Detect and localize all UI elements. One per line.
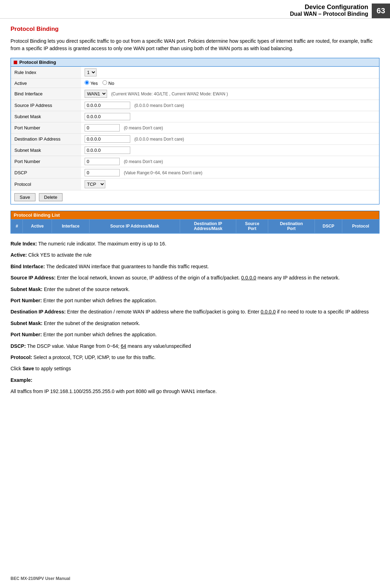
list-box-title: Protocol Binding List [11,211,379,219]
intro-text: Protocol Binding lets you direct specifi… [11,38,379,52]
desc-dest-ip: Destination IP Address: Enter the destin… [11,308,379,316]
desc-dscp: DSCP: The DSCP value. Value Range from 0… [11,342,379,350]
header-title-main: Device Configuration [0,4,368,11]
source-ip-cell: (0.0.0.0 means Don't care) [81,100,379,111]
source-ip-hint: (0.0.0.0 means Don't care) [134,103,184,108]
row-rule-index: Rule Index 1 [11,67,379,79]
dscp-input[interactable] [85,169,120,176]
protocol-cell: TCP UDP ICMP [81,178,379,190]
subnet-mask-source-label: Subnet Mask [11,111,81,122]
desc-subnet-mask-dest: Subnet Mask: Enter the subnet of the des… [11,319,379,327]
page-footer: BEC MX-210NPV User Manual [11,576,70,581]
port-source-input[interactable] [85,124,120,131]
save-button[interactable]: Save [14,193,35,201]
subnet-mask-dest-input[interactable] [85,147,130,154]
dscp-label: DSCP [11,167,81,178]
rule-index-select[interactable]: 1 [85,68,97,76]
desc-protocol-text: Select a protocol, TCP, UDP, ICMP, to us… [33,354,156,360]
protocol-binding-list-box: Protocol Binding List # Active Interface… [11,211,379,234]
desc-example-label: Example: [11,377,32,383]
desc-dest-ip-text: Enter the destination / remote WAN IP ad… [67,309,260,315]
protocol-binding-form-box: Protocol Binding Rule Index 1 [11,58,379,204]
col-hash: # [11,219,23,233]
row-active: Active Yes No [11,79,379,88]
dest-ip-label: Destination IP Address [11,134,81,145]
desc-save-note-text2: to apply settings [35,366,71,371]
dest-ip-input[interactable] [85,135,130,143]
port-dest-cell: (0 means Don't care) [81,156,379,167]
desc-dscp-text: The DSCP value. Value Range from 0~64; [27,343,121,349]
page-number: 63 [372,4,390,18]
form-box-title-text: Protocol Binding [19,60,56,65]
desc-source-ip: Source IP Address: Enter the local netwo… [11,274,379,282]
bind-interface-cell: WAN1 WAN2 (Current WAN1 Mode: 4G/LTE , C… [81,88,379,100]
desc-port-number-dest-text: Enter the port number which defines the … [43,332,157,337]
desc-source-ip-label: Source IP Address: [11,275,55,281]
dscp-cell: (Value Range:0~64, 64 means Don't care) [81,167,379,178]
footer-text: BEC MX-210NPV User Manual [11,576,70,581]
dscp-hint: (Value Range:0~64, 64 means Don't care) [124,170,203,175]
desc-rule-index: Rule Index: The numeric rule indicator. … [11,240,379,248]
col-interface: Interface [52,219,90,233]
desc-port-number-dest-label: Port Number: [11,332,42,337]
desc-example-detail: All traffics from IP 192.168.1.100/255.2… [11,387,379,395]
col-source-ip: Source IP Address/Mask [90,219,180,233]
desc-rule-index-label: Rule Index: [11,241,37,246]
desc-save-bold: Save [22,366,34,371]
active-yes-radio[interactable] [85,80,89,85]
desc-dest-ip-label: Destination IP Address: [11,309,66,315]
row-subnet-mask-dest: Subnet Mask [11,145,379,156]
form-table: Rule Index 1 Active Ye [11,67,379,190]
col-dscp: DSCP [315,219,342,233]
port-source-hint: (0 means Don't care) [124,126,163,130]
desc-bind-interface-text: The dedicated WAN interface that guarant… [46,264,209,269]
active-no-radio[interactable] [103,80,107,85]
bind-interface-label: Bind Interface [11,88,81,100]
port-dest-input[interactable] [85,158,120,165]
header-title-block: Device Configuration Dual WAN – Protocol… [0,4,372,18]
desc-dest-ip-underline: 0.0.0.0 [261,309,276,315]
active-yes-label[interactable]: Yes [85,81,99,86]
subnet-mask-dest-label: Subnet Mask [11,145,81,156]
row-port-dest: Port Number (0 means Don't care) [11,156,379,167]
list-table: # Active Interface Source IP Address/Mas… [11,219,379,233]
subnet-mask-source-input[interactable] [85,113,130,120]
desc-port-number-text: Enter the port number which defines the … [43,298,157,303]
section-title: Protocol Binding [11,26,379,33]
form-button-row: Save Delete [11,190,379,204]
port-source-cell: (0 means Don't care) [81,122,379,134]
delete-button[interactable]: Delete [39,193,63,201]
subnet-mask-dest-cell [81,145,379,156]
desc-protocol-label: Protocol: [11,354,32,360]
form-box-title: Protocol Binding [11,58,379,67]
col-source-port: SourcePort [236,219,268,233]
active-yes-text: Yes [90,81,98,86]
protocol-select[interactable]: TCP UDP ICMP [85,180,105,188]
list-table-header-row: # Active Interface Source IP Address/Mas… [11,219,379,233]
bind-interface-select[interactable]: WAN1 WAN2 [85,90,107,98]
port-source-label: Port Number [11,122,81,134]
desc-bind-interface: Bind Interface: The dedicated WAN interf… [11,263,379,270]
source-ip-input[interactable] [85,102,130,109]
desc-bind-interface-label: Bind Interface: [11,264,45,269]
row-dest-ip: Destination IP Address (0.0.0.0 means Do… [11,134,379,145]
subnet-mask-source-cell [81,111,379,122]
desc-source-ip-text2: means any IP address in the network. [258,275,340,281]
desc-port-number: Port Number: Enter the port number which… [11,297,379,304]
col-dest-ip: Destination IPAddress/Mask [180,219,236,233]
desc-subnet-mask-label: Subnet Mask: [11,286,42,292]
desc-save-note: Click Save to apply settings [11,365,379,372]
page-wrapper: Device Configuration Dual WAN – Protocol… [0,0,390,588]
desc-subnet-mask-dest-label: Subnet Mask: [11,320,42,326]
active-cell: Yes No [81,79,379,88]
desc-port-number-label: Port Number: [11,298,42,303]
desc-example-heading: Example: [11,376,379,384]
active-no-text: No [108,81,114,86]
rule-index-cell: 1 [81,67,379,79]
desc-active-label: Active: [11,252,27,258]
header-title-sub: Dual WAN – Protocol Binding [0,11,368,17]
row-bind-interface: Bind Interface WAN1 WAN2 (Current WAN1 M… [11,88,379,100]
port-dest-hint: (0 means Don't care) [124,159,163,164]
source-ip-label: Source IP Address [11,100,81,111]
active-no-label[interactable]: No [103,81,114,86]
